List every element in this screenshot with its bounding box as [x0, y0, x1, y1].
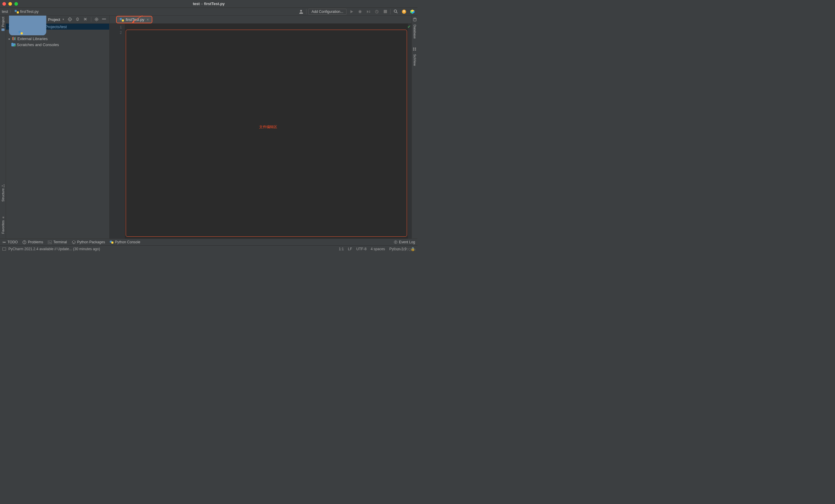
- right-tab-sciview[interactable]: SciView: [413, 54, 416, 66]
- toolbar-right: Add Configuration...: [298, 8, 416, 15]
- inspection-ok-icon[interactable]: ✔: [407, 24, 411, 29]
- window-title: test – firstTest.py: [193, 1, 225, 6]
- bottom-tab-event-log-label: Event Log: [399, 240, 415, 244]
- left-tab-favorites-label: Favorites: [1, 220, 5, 234]
- right-tab-database[interactable]: Database: [413, 24, 416, 39]
- profile-icon[interactable]: [373, 8, 380, 15]
- tree-external-libraries[interactable]: ▸ External Libraries: [6, 36, 109, 42]
- svg-rect-6: [4, 186, 4, 187]
- sync-icon[interactable]: [401, 8, 407, 15]
- status-caret-pos[interactable]: 1:1: [339, 247, 344, 251]
- svg-rect-24: [415, 49, 416, 51]
- left-tab-favorites[interactable]: Favorites ★: [1, 213, 5, 234]
- left-tool-bar: Project Structure Favorites ★: [0, 16, 6, 239]
- breadcrumb-root[interactable]: test: [2, 9, 8, 14]
- tool-strip: Project ▼ firs: [6, 16, 411, 24]
- right-tool-bar: Database SciView: [411, 16, 418, 239]
- expand-all-icon[interactable]: [76, 17, 80, 22]
- coverage-icon[interactable]: [365, 8, 372, 15]
- problems-icon: [22, 240, 26, 244]
- right-tab-sciview-label: SciView: [413, 54, 416, 66]
- status-bar: PyCharm 2021.2.4 available // Update... …: [0, 245, 418, 252]
- bottom-tab-todo-label: TODO: [7, 240, 18, 244]
- collapse-all-icon[interactable]: [83, 17, 88, 22]
- svg-rect-7: [4, 185, 4, 185]
- breadcrumb-sep-icon: 〉: [9, 9, 14, 14]
- window-controls: [2, 2, 18, 6]
- project-tree: ▾ test ~/PycharmProjects/test firstTest.…: [6, 24, 109, 239]
- svg-rect-22: [415, 47, 416, 49]
- stop-icon[interactable]: [382, 8, 388, 15]
- bottom-tab-python-packages-label: Python Packages: [77, 240, 105, 244]
- editor-marker-bar: [408, 24, 411, 239]
- add-configuration-button[interactable]: Add Configuration...: [308, 9, 347, 15]
- annotation-editor-box: [126, 29, 407, 237]
- database-icon[interactable]: [413, 17, 417, 22]
- editor-code-area[interactable]: ✔ 文件编辑区: [124, 24, 411, 239]
- project-pane-title[interactable]: Project: [48, 17, 60, 22]
- status-message[interactable]: PyCharm 2021.2.4 available // Update... …: [8, 247, 100, 251]
- debug-icon[interactable]: [357, 8, 363, 15]
- hide-panel-icon[interactable]: [102, 17, 107, 22]
- svg-rect-17: [14, 37, 15, 40]
- chevron-down-icon[interactable]: ▼: [62, 18, 65, 21]
- gear-icon[interactable]: [94, 17, 99, 22]
- bottom-tab-python-console[interactable]: Python Console: [110, 240, 140, 244]
- svg-rect-9: [9, 16, 46, 35]
- bottom-tab-python-packages[interactable]: Python Packages: [72, 240, 105, 244]
- libraries-icon: [12, 37, 16, 40]
- svg-rect-18: [15, 37, 16, 40]
- chevron-right-icon[interactable]: ▸: [8, 37, 11, 40]
- svg-point-20: [413, 18, 416, 19]
- bottom-tab-todo[interactable]: ≔TODO: [2, 240, 18, 244]
- add-configuration-label: Add Configuration...: [311, 9, 343, 14]
- window-title-project: test: [193, 1, 200, 6]
- breadcrumb-root-label: test: [2, 9, 8, 14]
- svg-rect-15: [12, 37, 13, 40]
- python-file-icon: [15, 9, 19, 14]
- scratches-icon: [12, 43, 16, 46]
- packages-icon: [72, 240, 76, 244]
- left-tab-project[interactable]: Project: [1, 17, 5, 32]
- locate-icon[interactable]: [68, 17, 73, 22]
- svg-rect-8: [2, 185, 3, 186]
- svg-rect-5: [1, 28, 4, 31]
- minimize-window-icon[interactable]: [8, 2, 12, 6]
- svg-rect-21: [413, 47, 414, 49]
- editor-gutter: 1 2: [109, 24, 124, 239]
- watermark: CSDN文刀Quin: [392, 247, 416, 252]
- right-tab-database-label: Database: [413, 24, 416, 39]
- project-pane-header: Project ▼: [6, 16, 109, 23]
- zoom-window-icon[interactable]: [14, 2, 18, 6]
- todo-icon: ≔: [2, 240, 6, 244]
- run-icon[interactable]: [348, 8, 355, 15]
- editor-tab-active[interactable]: firstTest.py ×: [116, 16, 152, 23]
- user-icon[interactable]: [298, 8, 304, 15]
- close-window-icon[interactable]: [2, 2, 6, 6]
- python-file-icon: [19, 31, 23, 35]
- svg-rect-14: [102, 19, 106, 19]
- tree-scratches[interactable]: Scratches and Consoles: [6, 42, 109, 47]
- status-line-sep[interactable]: LF: [348, 247, 352, 251]
- ide-logo-icon[interactable]: [409, 8, 416, 15]
- bottom-tab-problems[interactable]: Problems: [22, 240, 43, 244]
- left-tab-structure[interactable]: Structure: [1, 184, 5, 202]
- breadcrumb-file[interactable]: firstTest.py: [15, 9, 39, 14]
- annotation-editor-label: 文件编辑区: [259, 124, 277, 129]
- svg-point-13: [96, 19, 97, 20]
- svg-point-12: [69, 19, 70, 20]
- bottom-tab-terminal[interactable]: Terminal: [48, 240, 67, 244]
- svg-rect-16: [13, 37, 14, 40]
- sciview-icon[interactable]: [413, 47, 416, 51]
- close-tab-icon[interactable]: ×: [147, 18, 149, 22]
- status-indent[interactable]: 4 spaces: [371, 247, 385, 251]
- bottom-tab-event-log[interactable]: Event Log: [394, 240, 415, 244]
- editor-tab-label: firstTest.py: [126, 17, 144, 22]
- status-encoding[interactable]: UTF-8: [357, 247, 367, 251]
- bottom-tab-python-console-label: Python Console: [115, 240, 140, 244]
- search-everywhere-icon[interactable]: [392, 8, 399, 15]
- tree-scratches-label: Scratches and Consoles: [17, 42, 59, 47]
- svg-rect-2: [384, 10, 387, 13]
- tool-window-toggle-icon[interactable]: [2, 247, 6, 250]
- breadcrumb-file-label: firstTest.py: [20, 9, 39, 14]
